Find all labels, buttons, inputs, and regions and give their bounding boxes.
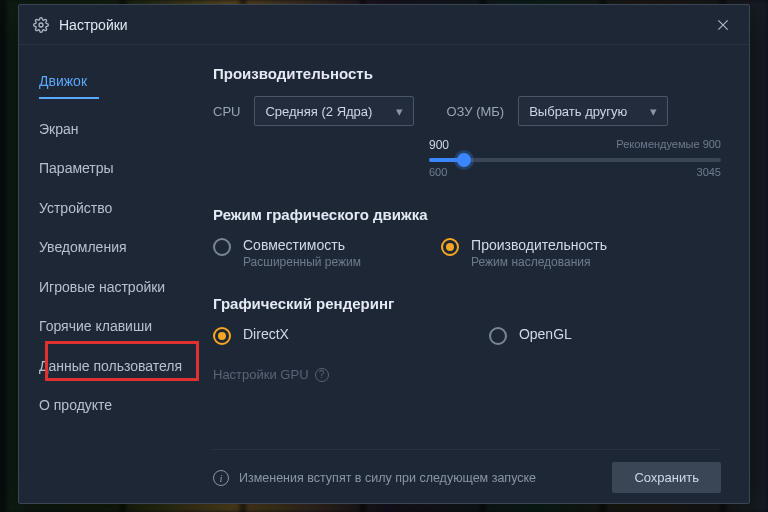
settings-modal: Настройки Движок Экран Параметры Устройс…	[18, 4, 750, 504]
ram-select-value: Выбрать другую	[529, 104, 627, 119]
chevron-down-icon: ▾	[396, 104, 403, 119]
sidebar: Движок Экран Параметры Устройство Уведом…	[19, 45, 205, 503]
ram-label: ОЗУ (МБ)	[446, 104, 504, 119]
footer: i Изменения вступят в силу при следующем…	[213, 449, 721, 493]
sidebar-item-user-data[interactable]: Данные пользователя	[19, 348, 205, 388]
opt-sub: Режим наследования	[471, 255, 607, 269]
engine-mode-compat[interactable]: Совместимость Расширенный режим	[213, 237, 361, 269]
titlebar: Настройки	[19, 5, 749, 45]
sidebar-item-notifications[interactable]: Уведомления	[19, 229, 205, 269]
gear-icon	[33, 17, 49, 33]
slider-min: 600	[429, 166, 447, 178]
radio-icon	[441, 238, 459, 256]
footer-message: Изменения вступят в силу при следующем з…	[239, 471, 536, 485]
radio-icon	[489, 327, 507, 345]
slider-track[interactable]	[429, 158, 721, 162]
close-button[interactable]	[711, 13, 735, 37]
gpu-settings-row: Настройки GPU ?	[213, 367, 721, 382]
main-panel: Производительность CPU Средняя (2 Ядра) …	[205, 45, 749, 503]
sidebar-item-screen[interactable]: Экран	[19, 111, 205, 151]
sidebar-item-hotkeys[interactable]: Горячие клавиши	[19, 308, 205, 348]
opt-title: Производительность	[471, 237, 607, 253]
cpu-select[interactable]: Средняя (2 Ядра) ▾	[254, 96, 414, 126]
opt-title: DirectX	[243, 326, 289, 342]
slider-recommended: Рекомендуемые 900	[616, 138, 721, 152]
sidebar-item-game-settings[interactable]: Игровые настройки	[19, 269, 205, 309]
sidebar-item-device[interactable]: Устройство	[19, 190, 205, 230]
cpu-label: CPU	[213, 104, 240, 119]
ram-select[interactable]: Выбрать другую ▾	[518, 96, 668, 126]
radio-icon	[213, 327, 231, 345]
opt-sub: Расширенный режим	[243, 255, 361, 269]
slider-max: 3045	[697, 166, 721, 178]
sidebar-item-about[interactable]: О продукте	[19, 387, 205, 427]
radio-icon	[213, 238, 231, 256]
cpu-select-value: Средняя (2 Ядра)	[265, 104, 372, 119]
ram-slider: 900 Рекомендуемые 900 600 3045	[429, 138, 721, 178]
rendering-opengl[interactable]: OpenGL	[489, 326, 572, 345]
info-icon: i	[213, 470, 229, 486]
rendering-heading: Графический рендеринг	[213, 295, 721, 312]
opt-title: Совместимость	[243, 237, 361, 253]
opt-title: OpenGL	[519, 326, 572, 342]
perf-heading: Производительность	[213, 65, 721, 82]
save-button[interactable]: Сохранить	[612, 462, 721, 493]
engine-mode-perf[interactable]: Производительность Режим наследования	[441, 237, 607, 269]
svg-point-0	[39, 23, 43, 27]
rendering-directx[interactable]: DirectX	[213, 326, 289, 345]
sidebar-item-params[interactable]: Параметры	[19, 150, 205, 190]
slider-thumb[interactable]	[457, 153, 471, 167]
help-icon[interactable]: ?	[315, 368, 329, 382]
chevron-down-icon: ▾	[650, 104, 657, 119]
gpu-settings-label: Настройки GPU	[213, 367, 309, 382]
slider-value: 900	[429, 138, 449, 152]
engine-mode-heading: Режим графического движка	[213, 206, 721, 223]
window-title: Настройки	[59, 17, 128, 33]
sidebar-item-engine[interactable]: Движок	[19, 63, 205, 111]
